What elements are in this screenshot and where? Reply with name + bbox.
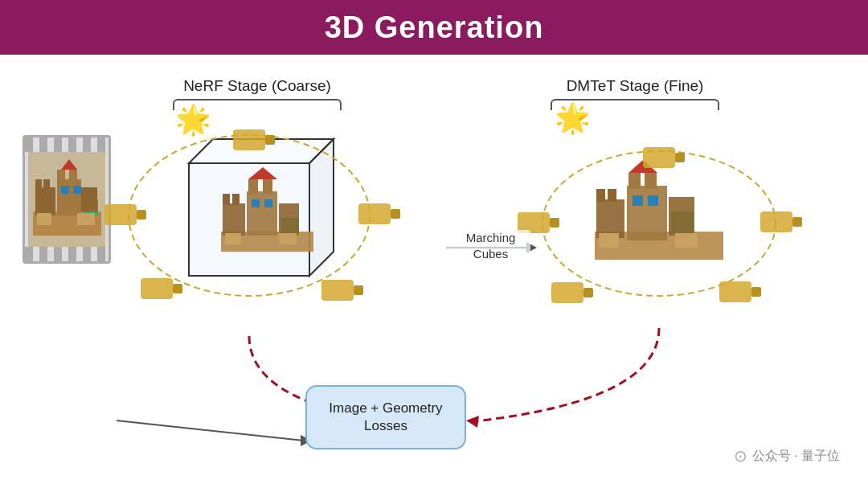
film-image (28, 152, 105, 247)
svg-rect-56 (137, 210, 146, 219)
marching-cubes-text: MarchingCubes (466, 231, 516, 261)
svg-rect-59 (760, 211, 792, 232)
svg-rect-3 (43, 179, 50, 191)
svg-rect-23 (263, 179, 272, 194)
svg-rect-4 (57, 179, 81, 215)
marching-cubes-label: MarchingCubes (448, 230, 533, 263)
svg-rect-34 (608, 189, 616, 202)
loss-box-text: Image + Geometry Losses (329, 400, 442, 435)
svg-rect-40 (648, 195, 658, 206)
svg-rect-2 (35, 179, 42, 191)
svg-rect-18 (223, 203, 245, 236)
svg-rect-44 (675, 233, 698, 248)
svg-rect-29 (225, 233, 241, 244)
svg-rect-22 (248, 179, 258, 194)
svg-rect-25 (252, 199, 260, 207)
svg-marker-16 (309, 139, 334, 276)
page-title: 3D Generation (325, 10, 544, 45)
svg-marker-70 (466, 416, 479, 428)
dmtet-stage-label: DMTeT Stage (Fine) (547, 77, 723, 95)
loss-box: Image + Geometry Losses (305, 385, 466, 449)
svg-rect-60 (792, 217, 802, 227)
svg-rect-8 (61, 186, 69, 194)
svg-rect-21 (247, 191, 277, 236)
nerf-cube-svg (149, 99, 358, 324)
svg-rect-36 (628, 173, 641, 189)
svg-marker-15 (189, 139, 334, 163)
svg-rect-20 (232, 194, 240, 205)
svg-rect-62 (751, 287, 761, 297)
svg-rect-9 (73, 186, 81, 194)
nerf-stage-label: NeRF Stage (Coarse) (169, 77, 346, 95)
svg-rect-5 (57, 170, 65, 183)
wechat-icon: ⊙ (734, 446, 747, 466)
svg-rect-6 (69, 170, 77, 183)
svg-rect-37 (645, 173, 657, 189)
dmtet-mesh (571, 131, 747, 292)
main-content: NeRF Stage (Coarse) DMTeT Stage (Fine) 🌟… (0, 55, 868, 480)
castle-film-svg (29, 155, 105, 244)
svg-rect-11 (81, 187, 97, 211)
svg-rect-26 (264, 199, 272, 207)
header: 3D Generation (0, 0, 868, 55)
svg-rect-33 (596, 189, 605, 202)
svg-rect-49 (358, 203, 391, 224)
svg-rect-12 (37, 213, 51, 225)
svg-rect-39 (633, 195, 643, 206)
svg-line-71 (117, 421, 304, 441)
svg-rect-42 (669, 197, 694, 236)
svg-marker-7 (61, 159, 77, 170)
svg-rect-66 (550, 218, 559, 228)
svg-rect-43 (599, 233, 619, 248)
svg-rect-30 (279, 233, 297, 244)
svg-rect-35 (627, 186, 667, 240)
svg-rect-32 (596, 199, 624, 238)
watermark-text: 公众号 · 量子位 (752, 448, 840, 465)
svg-rect-13 (77, 213, 95, 225)
svg-rect-1 (35, 187, 55, 215)
sun-dmtet-icon: 🌟 (555, 101, 591, 135)
dmtet-mesh-svg (571, 131, 747, 292)
svg-rect-28 (279, 203, 299, 234)
svg-rect-19 (223, 194, 230, 205)
svg-rect-50 (391, 209, 400, 219)
watermark: ⊙ 公众号 · 量子位 (734, 446, 840, 466)
svg-marker-38 (628, 160, 657, 173)
film-strip (23, 135, 111, 264)
nerf-cube (149, 99, 358, 324)
